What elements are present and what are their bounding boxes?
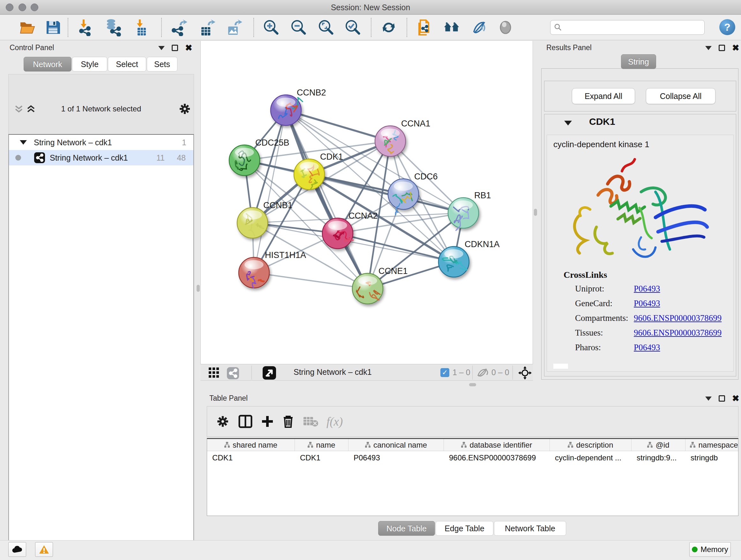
network-canvas[interactable]: CCNB2CCNA1CDC25BCDK1CDC6RB1CCNB1CCNA2CDK… — [200, 41, 533, 364]
crosslink-link[interactable]: P06493 — [634, 284, 660, 294]
table-cell[interactable]: cyclin-dependent ... — [550, 451, 631, 464]
column-header-name[interactable]: name — [295, 439, 348, 451]
node-CCNA2[interactable] — [322, 218, 353, 249]
section-expander-icon[interactable] — [564, 121, 572, 125]
scrollbar-notch[interactable] — [553, 364, 568, 369]
tab-select[interactable]: Select — [108, 57, 146, 71]
collapse-all-button[interactable]: Collapse All — [646, 88, 716, 104]
table-cell[interactable]: stringdb — [685, 451, 741, 464]
zoom-selected-icon[interactable] — [344, 18, 362, 37]
column-header-canonical-name[interactable]: canonical name — [348, 439, 444, 451]
float-panel-icon[interactable] — [172, 45, 178, 51]
search-input[interactable] — [550, 20, 704, 35]
column-header--id[interactable]: @id — [631, 439, 685, 451]
expand-all-button[interactable]: Expand All — [572, 88, 635, 104]
float-panel-icon[interactable] — [719, 45, 725, 51]
network-row-selected[interactable]: String Network – cdk1 11 48 — [9, 150, 193, 165]
hide-glass-effect-icon[interactable] — [470, 18, 488, 37]
collection-expander-icon[interactable] — [20, 140, 27, 145]
crosslink-label: Tissues: — [575, 328, 603, 338]
crosslink-link[interactable]: 9606.ENSP00000378699 — [634, 328, 722, 338]
network-share-icon[interactable] — [226, 367, 239, 380]
warning-button[interactable] — [35, 542, 53, 557]
edge-CCNB2-CCNA1[interactable] — [286, 110, 390, 141]
table-cell[interactable]: CDK1 — [295, 451, 348, 464]
node-CCNE1[interactable] — [352, 273, 383, 304]
delete-column-icon[interactable] — [282, 415, 294, 428]
column-header-description[interactable]: description — [550, 439, 631, 451]
collapse-panel-icon[interactable] — [705, 396, 712, 401]
tab-style[interactable]: Style — [72, 57, 107, 71]
table-cell[interactable]: 9606.ENSP00000378699 — [444, 451, 550, 464]
table-cell[interactable]: P06493 — [348, 451, 444, 464]
grid-view-icon[interactable] — [209, 368, 219, 378]
table-cell[interactable]: stringdb:9... — [631, 451, 685, 464]
network-collection-row[interactable]: String Network – cdk1 1 — [9, 135, 193, 150]
node-CCNA1[interactable] — [375, 126, 406, 157]
table-cell[interactable]: CDK1 — [207, 451, 295, 464]
node-CDC25B[interactable] — [229, 145, 260, 176]
node-table: shared namenamecanonical namedatabase id… — [207, 438, 738, 516]
crosslink-link[interactable]: 9606.ENSP00000378699 — [634, 313, 722, 323]
tab-network-table[interactable]: Network Table — [494, 521, 566, 536]
export-image-icon[interactable] — [225, 18, 243, 37]
birdseye-toggle-icon[interactable] — [262, 366, 276, 380]
zoom-in-icon[interactable] — [262, 18, 280, 37]
delete-table-icon[interactable] — [303, 416, 318, 427]
close-panel-icon[interactable]: ✖ — [185, 45, 192, 51]
tab-node-table[interactable]: Node Table — [378, 521, 435, 536]
node-label-CDC6: CDC6 — [414, 172, 438, 181]
collapse-panel-icon[interactable] — [158, 46, 165, 50]
zoom-out-icon[interactable] — [290, 18, 308, 37]
memory-button[interactable]: Memory — [689, 542, 731, 557]
export-table-icon[interactable] — [199, 18, 216, 37]
crosslink-link[interactable]: P06493 — [634, 343, 660, 353]
edge-CCNB2-CCNE1[interactable] — [286, 110, 367, 289]
stringify-network-icon[interactable] — [415, 18, 433, 37]
gear-icon[interactable] — [179, 103, 191, 115]
edge-CCNB2-HIST1H1A[interactable] — [254, 110, 286, 273]
tab-string[interactable]: String — [621, 54, 656, 69]
show-columns-icon[interactable] — [239, 415, 253, 428]
column-header-shared-name[interactable]: shared name — [207, 439, 295, 451]
save-session-icon[interactable] — [44, 18, 62, 37]
table-settings-gear-icon[interactable] — [216, 415, 229, 428]
import-network-file-icon[interactable] — [77, 18, 94, 37]
add-column-icon[interactable] — [261, 415, 274, 428]
right-splitter-handle[interactable] — [534, 209, 537, 216]
import-table-file-icon[interactable] — [133, 18, 151, 37]
bottom-splitter-handle[interactable] — [469, 383, 476, 386]
refresh-icon[interactable] — [380, 18, 398, 37]
tab-sets[interactable]: Sets — [147, 57, 178, 71]
tab-edge-table[interactable]: Edge Table — [435, 521, 493, 536]
help-button[interactable]: ? — [719, 19, 735, 35]
crosslink-link[interactable]: P06493 — [634, 299, 660, 308]
fit-content-crosshair-icon[interactable] — [518, 366, 532, 380]
table-row[interactable]: CDK1CDK1P064939606.ENSP00000378699cyclin… — [207, 451, 738, 464]
open-session-icon[interactable] — [18, 18, 37, 37]
hidden-elements-icon[interactable] — [476, 368, 489, 377]
collapse-panel-icon[interactable] — [705, 46, 712, 50]
network-graph[interactable]: CCNB2CCNA1CDC25BCDK1CDC6RB1CCNB1CCNA2CDK… — [201, 41, 533, 364]
node-CCNB1[interactable] — [237, 207, 268, 238]
node-RB1[interactable] — [448, 198, 479, 231]
selected-checkbox-icon[interactable]: ✓ — [441, 368, 449, 377]
node-CDK1[interactable] — [294, 159, 325, 190]
edge-HIST1H1A-CCNE1[interactable] — [254, 273, 367, 289]
export-network-icon[interactable] — [170, 18, 188, 37]
node-HIST1H1A[interactable] — [239, 257, 269, 288]
cloud-button[interactable] — [8, 542, 26, 557]
float-panel-icon[interactable] — [719, 395, 725, 401]
left-splitter-handle[interactable] — [197, 285, 200, 292]
tab-network[interactable]: Network — [23, 57, 71, 71]
close-panel-icon[interactable]: ✖ — [732, 395, 739, 401]
close-panel-icon[interactable]: ✖ — [732, 45, 739, 51]
node-CDKN1A[interactable] — [439, 246, 469, 277]
string-home-icon[interactable] — [443, 18, 461, 37]
zoom-fit-icon[interactable] — [317, 18, 335, 37]
import-network-database-icon[interactable] — [104, 18, 122, 37]
column-header-namespace[interactable]: namespace — [685, 439, 741, 451]
function-builder-icon[interactable]: f(x) — [327, 415, 343, 428]
glass-ball-effect-icon[interactable] — [496, 18, 515, 37]
column-header-database-identifier[interactable]: database identifier — [444, 439, 550, 451]
